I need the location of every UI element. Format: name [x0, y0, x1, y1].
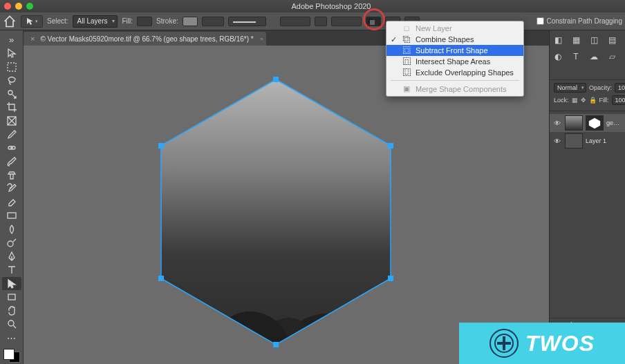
dropdown-item-intersect-shape-areas[interactable]: ⿵ Intersect Shape Areas — [386, 56, 523, 67]
path-select-tool-indicator[interactable]: ▾ — [21, 15, 43, 28]
rectangle-tool[interactable] — [2, 291, 21, 304]
select-layers-dropdown[interactable]: All Layers — [73, 15, 118, 28]
home-button[interactable] — [3, 15, 17, 28]
svg-rect-6 — [8, 213, 16, 218]
lock-pixels-icon[interactable]: ▦ — [572, 97, 578, 104]
lock-buttons: ▦ ✥ 🔒 — [572, 97, 597, 104]
swatches-panel-icon[interactable]: ▦ — [570, 35, 581, 46]
path-link-button[interactable] — [315, 17, 327, 26]
blend-mode-dropdown[interactable]: Normal — [554, 83, 586, 93]
dropdown-item-label: Exclude Overlapping Shapes — [416, 68, 514, 77]
stroke-swatch[interactable] — [183, 17, 198, 26]
svg-point-3 — [8, 90, 12, 95]
document-tab[interactable]: × © Vector Masks05920more.tif @ 66.7% (g… — [24, 32, 266, 46]
layer-name[interactable]: geo shape tr — [606, 119, 621, 126]
healing-tool[interactable] — [2, 142, 21, 155]
hand-tool[interactable] — [2, 305, 21, 318]
close-window-button[interactable] — [4, 3, 11, 10]
options-bar: ▾ Select: All Layers Fill: Stroke: Const… — [0, 12, 625, 30]
tab-menu-icon[interactable]: » — [260, 36, 263, 42]
path-select-tool[interactable] — [2, 277, 21, 290]
patterns-panel-icon[interactable]: ▤ — [606, 35, 617, 46]
edit-toolbar-button[interactable]: ⋯ — [2, 332, 21, 345]
layer-mask-thumbnail[interactable] — [586, 115, 604, 131]
dodge-tool[interactable] — [2, 236, 21, 249]
dropdown-item-exclude-overlapping-shapes[interactable]: ⿶ Exclude Overlapping Shapes — [386, 67, 523, 78]
layer-thumbnail[interactable] — [565, 115, 583, 131]
pen-tool[interactable] — [2, 250, 21, 263]
frame-tool[interactable] — [2, 115, 21, 128]
tool-strip: » ⋯ — [0, 30, 24, 364]
lock-position-icon[interactable]: ✥ — [581, 97, 586, 104]
dropdown-separator — [391, 80, 519, 81]
marquee-tool[interactable] — [2, 60, 21, 73]
svg-rect-1 — [370, 20, 375, 25]
layer-list: 👁 geo shape tr 👁 Layer 1 — [550, 111, 625, 153]
move-tool[interactable] — [2, 47, 21, 60]
exclude-icon: ⿶ — [402, 68, 411, 77]
path-height-field[interactable] — [331, 17, 362, 26]
close-tab-icon[interactable]: × — [30, 35, 35, 43]
type-tool[interactable] — [2, 264, 21, 277]
libraries-panel-icon[interactable]: ☁ — [588, 51, 599, 62]
opacity-value: 100% — [618, 84, 625, 91]
app-title: Adobe Photoshop 2020 — [41, 2, 621, 10]
stroke-style-dropdown[interactable] — [228, 17, 266, 26]
fill-opacity-label: Fill: — [599, 97, 609, 104]
opacity-label: Opacity: — [589, 84, 612, 91]
subtract-icon: ⿴ — [402, 46, 411, 55]
svg-point-7 — [8, 241, 13, 247]
title-bar: Adobe Photoshop 2020 — [0, 0, 625, 12]
type-panel-icon[interactable]: T — [570, 51, 581, 62]
layer-row[interactable]: 👁 Layer 1 — [550, 132, 625, 150]
lasso-tool[interactable] — [2, 74, 21, 87]
layers-panel-options: Normal Opacity: 100% Lock: ▦ ✥ 🔒 Fill: 1… — [550, 80, 625, 111]
constrain-path-checkbox[interactable]: Constrain Path Dragging — [537, 17, 622, 25]
svg-rect-15 — [158, 276, 164, 281]
layer-thumbnail[interactable] — [565, 133, 583, 149]
adjustments-panel-icon[interactable]: ◐ — [552, 51, 563, 62]
svg-rect-2 — [8, 63, 16, 71]
dropdown-item-combine-shapes[interactable]: ✓ ⿻ Combine Shapes — [386, 34, 523, 45]
hexagon-path-outline[interactable] — [148, 74, 404, 350]
blur-tool[interactable] — [2, 223, 21, 236]
maximize-window-button[interactable] — [26, 3, 33, 10]
foreground-color-swatch[interactable] — [3, 349, 15, 360]
gradient-tool[interactable] — [2, 209, 21, 222]
stroke-width-field[interactable] — [202, 17, 224, 26]
tool-flyout-icon[interactable]: » — [2, 33, 21, 46]
path-width-field[interactable] — [280, 17, 310, 26]
path-operations-dropdown: □ New Layer ✓ ⿻ Combine Shapes ⿴ Subtrac… — [386, 21, 524, 97]
zoom-tool[interactable] — [2, 318, 21, 331]
layer-row[interactable]: 👁 geo shape tr — [550, 114, 625, 132]
clone-tool[interactable] — [2, 169, 21, 182]
quick-select-tool[interactable] — [2, 88, 21, 101]
canvas[interactable] — [65, 53, 507, 357]
color-swatches[interactable] — [2, 347, 21, 364]
history-brush-tool[interactable] — [2, 182, 21, 195]
layer-name[interactable]: Layer 1 — [586, 137, 621, 144]
check-icon: ✓ — [391, 35, 397, 44]
dropdown-item-subtract-front-shape[interactable]: ⿴ Subtract Front Shape — [386, 45, 523, 56]
eyedropper-tool[interactable] — [2, 128, 21, 141]
gradients-panel-icon[interactable]: ◫ — [588, 35, 599, 46]
constrain-path-input[interactable] — [537, 17, 544, 25]
minimize-window-button[interactable] — [15, 3, 22, 10]
color-panel-icon[interactable]: ◧ — [552, 35, 563, 46]
visibility-toggle-icon[interactable]: 👁 — [554, 137, 562, 145]
lock-all-icon[interactable]: 🔒 — [589, 97, 597, 104]
fill-swatch[interactable] — [137, 17, 152, 26]
svg-rect-13 — [388, 276, 393, 281]
blend-mode-value: Normal — [557, 84, 577, 91]
brush-tool[interactable] — [2, 155, 21, 169]
path-ops-button[interactable] — [366, 17, 381, 26]
visibility-toggle-icon[interactable]: 👁 — [554, 119, 562, 127]
properties-panel-icon[interactable]: ▱ — [606, 51, 617, 62]
crop-tool[interactable] — [2, 101, 21, 114]
fill-opacity-field[interactable]: 100% — [612, 95, 625, 105]
svg-marker-10 — [161, 79, 391, 345]
eraser-tool[interactable] — [2, 196, 21, 209]
merge-icon: ▣ — [402, 84, 411, 93]
opacity-field[interactable]: 100% — [615, 83, 625, 93]
svg-point-9 — [8, 320, 14, 326]
